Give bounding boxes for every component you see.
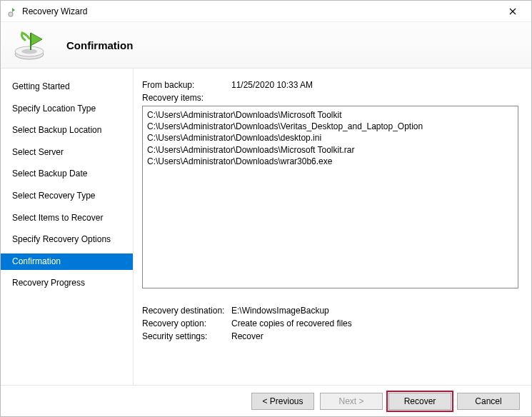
sidebar-step-8[interactable]: Confirmation [1,253,133,271]
cancel-button[interactable]: Cancel [457,393,520,410]
recovery-item[interactable]: C:\Users\Administrator\Downloads\desktop… [147,132,513,144]
wizard-body: Getting StartedSpecify Location TypeSele… [1,69,531,385]
app-icon [6,6,18,17]
from-backup-row: From backup: 11/25/2020 10:33 AM [142,80,518,90]
destination-value: E:\WindowsImageBackup [231,306,329,316]
sidebar-step-2[interactable]: Select Backup Location [1,122,133,139]
recovery-item[interactable]: C:\Users\Administrator\Downloads\Veritas… [147,121,513,132]
titlebar: Recovery Wizard [1,1,531,22]
svg-point-3 [21,49,37,54]
window-title: Recovery Wizard [22,6,497,16]
close-button[interactable] [497,1,528,21]
option-label: Recovery option: [142,318,231,328]
page-title: Confirmation [66,39,133,51]
previous-button[interactable]: < Previous [251,393,314,410]
recovery-item[interactable]: C:\Users\Administrator\Downloads\Microso… [147,109,513,121]
recovery-item[interactable]: C:\Users\Administrator\Downloads\wrar30b… [147,156,513,167]
sidebar-step-5[interactable]: Select Recovery Type [1,188,133,205]
svg-point-0 [9,11,13,16]
sidebar-step-1[interactable]: Specify Location Type [1,101,133,118]
option-value: Create copies of recovered files [231,318,352,328]
from-backup-label: From backup: [142,80,231,90]
wizard-footer: < Previous Next > Recover Cancel [1,385,531,416]
sidebar-step-9[interactable]: Recovery Progress [1,275,133,292]
sidebar-step-7[interactable]: Specify Recovery Options [1,231,133,248]
summary-block: Recovery destination: E:\WindowsImageBac… [142,306,518,344]
security-value: Recover [231,331,264,341]
sidebar-step-3[interactable]: Select Server [1,144,133,161]
next-button: Next > [320,393,383,410]
wizard-steps-sidebar: Getting StartedSpecify Location TypeSele… [1,69,134,385]
recover-button[interactable]: Recover [388,393,451,410]
from-backup-value: 11/25/2020 10:33 AM [231,80,313,90]
header-icon [14,29,51,61]
sidebar-step-6[interactable]: Select Items to Recover [1,210,133,227]
security-label: Security settings: [142,331,231,341]
wizard-header: Confirmation [1,22,531,69]
sidebar-step-4[interactable]: Select Backup Date [1,166,133,183]
sidebar-step-0[interactable]: Getting Started [1,79,133,96]
content-pane: From backup: 11/25/2020 10:33 AM Recover… [134,69,531,385]
recovery-items-list[interactable]: C:\Users\Administrator\Downloads\Microso… [142,106,518,288]
recovery-item[interactable]: C:\Users\Administrator\Downloads\Microso… [147,144,513,156]
recovery-items-label: Recovery items: [142,93,518,103]
destination-label: Recovery destination: [142,306,231,316]
